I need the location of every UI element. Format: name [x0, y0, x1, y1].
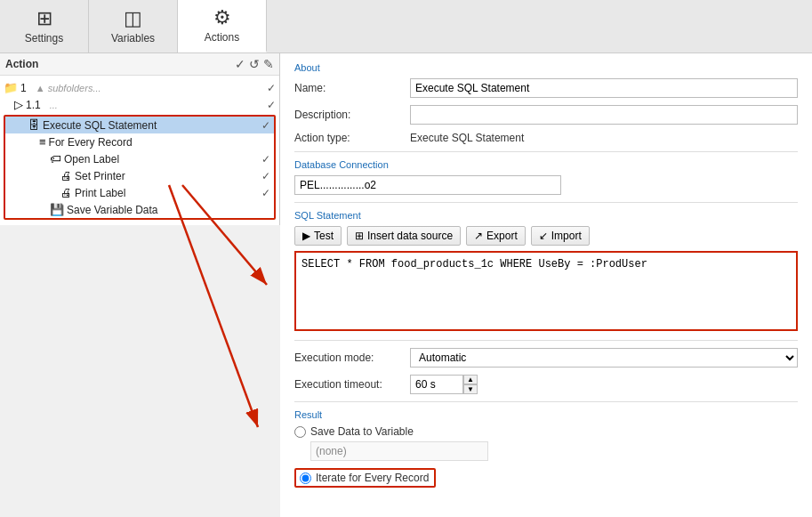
execution-timeout-label: Execution timeout:: [294, 378, 410, 391]
iterate-label: Iterate for Every Record: [316, 472, 429, 484]
iterate-radio-group: Iterate for Every Record: [294, 468, 436, 488]
none-input[interactable]: [310, 441, 488, 461]
execution-timeout-row: Execution timeout: ▲ ▼: [294, 375, 798, 394]
iterate-radio[interactable]: [300, 473, 311, 484]
tab-settings[interactable]: ⊞ Settings: [0, 0, 89, 53]
description-row: Description:: [294, 105, 798, 125]
tree-item-1-1-1-1[interactable]: ≡ For Every Record: [5, 133, 274, 150]
save-variable-row: Save Data to Variable: [294, 425, 798, 438]
item-icon-1-1: ▷: [14, 98, 23, 111]
tree-item-1[interactable]: 📁 1 ▲ subfolders... ✓: [0, 79, 279, 96]
tab-variables[interactable]: ◫ Variables: [89, 0, 178, 53]
tree-item-1-1[interactable]: ▷ 1.1 ... ✓: [0, 96, 279, 113]
sql-icon: 🗄: [28, 118, 40, 132]
divider-4: [294, 401, 798, 402]
check-icon[interactable]: ✓: [235, 57, 245, 71]
save-variable-radio[interactable]: [294, 426, 306, 438]
insert-label: Insert data source: [367, 230, 453, 242]
play-icon: ▶: [302, 230, 310, 242]
execution-mode-label: Execution mode:: [294, 351, 410, 364]
loop-icon: ≡: [39, 135, 46, 149]
spinner-down-button[interactable]: ▼: [463, 384, 478, 394]
execution-mode-select[interactable]: Automatic Manual: [410, 348, 798, 368]
about-section-title: About: [294, 62, 798, 73]
edit-icon[interactable]: ✎: [263, 57, 274, 71]
save-variable-label: Save Data to Variable: [310, 425, 414, 438]
header-icons: ✓ ↺ ✎: [235, 57, 274, 71]
print-icon: 🖨: [60, 186, 72, 199]
label-icon: 🏷: [50, 152, 61, 166]
red-border-group: 🗄 Execute SQL Statement ✓ ≡ For Every Re…: [4, 115, 276, 220]
tab-actions[interactable]: ⚙ Actions: [178, 0, 267, 53]
spinner-up-button[interactable]: ▲: [463, 375, 478, 384]
action-header-label: Action: [5, 58, 38, 70]
variables-icon: ◫: [124, 9, 142, 28]
export-button[interactable]: ↗ Export: [466, 226, 526, 246]
variables-tab-label: Variables: [111, 32, 155, 44]
left-panel-wrapper: Action ✓ ↺ ✎ 📁 1 ▲ subfolders... ✓: [0, 53, 280, 517]
name-label: Name:: [294, 82, 410, 94]
test-button[interactable]: ▶ Test: [294, 226, 342, 246]
tree-item-open-label[interactable]: 🏷 Open Label ✓: [5, 150, 274, 167]
execution-mode-row: Execution mode: Automatic Manual: [294, 348, 798, 368]
tab-bar: ⊞ Settings ◫ Variables ⚙ Actions: [0, 0, 812, 53]
name-row: Name:: [294, 78, 798, 98]
iterate-row: Iterate for Every Record: [294, 468, 798, 488]
description-input[interactable]: [410, 105, 798, 125]
action-type-value: Execute SQL Statement: [410, 132, 798, 144]
db-connection-row: [294, 175, 798, 195]
actions-icon: ⚙: [213, 8, 231, 28]
action-tree-header: Action ✓ ↺ ✎: [0, 53, 279, 76]
divider-3: [294, 340, 798, 341]
main-area: Action ✓ ↺ ✎ 📁 1 ▲ subfolders... ✓: [0, 53, 812, 517]
import-button[interactable]: ↙ Import: [531, 226, 590, 246]
action-type-row: Action type: Execute SQL Statement: [294, 132, 798, 144]
export-label: Export: [486, 230, 518, 242]
result-section-title: Result: [294, 409, 798, 420]
save-icon: 💾: [50, 203, 64, 216]
tree-item-set-printer[interactable]: 🖨 Set Printer ✓: [5, 167, 274, 184]
description-label: Description:: [294, 109, 410, 121]
folder-icon: 📁: [4, 81, 18, 94]
db-connection-input[interactable]: [294, 175, 561, 195]
result-radio-group: Save Data to Variable Iterate for Every …: [294, 425, 798, 488]
divider-2: [294, 202, 798, 203]
left-panel: Action ✓ ↺ ✎ 📁 1 ▲ subfolders... ✓: [0, 53, 280, 225]
actions-tab-label: Actions: [205, 31, 239, 44]
sql-editor[interactable]: SELECT * FROM food_products_1c WHERE Use…: [294, 251, 798, 331]
right-panel: About Name: Description: Action type: Ex…: [280, 53, 812, 517]
export-icon: ↗: [474, 230, 483, 242]
tree-item-1-1-1[interactable]: 🗄 Execute SQL Statement ✓: [5, 117, 274, 133]
settings-icon: ⊞: [36, 9, 52, 28]
settings-tab-label: Settings: [25, 32, 63, 44]
refresh-icon[interactable]: ↺: [249, 57, 260, 71]
insert-icon: ⊞: [355, 230, 364, 242]
db-section-title: Database Connection: [294, 159, 798, 170]
sql-section-title: SQL Statement: [294, 210, 798, 221]
none-row: [310, 441, 798, 461]
import-icon: ↙: [539, 230, 548, 242]
name-input[interactable]: [410, 78, 798, 98]
divider-1: [294, 151, 798, 152]
spinner-buttons: ▲ ▼: [463, 375, 478, 394]
test-label: Test: [314, 230, 334, 242]
import-label: Import: [551, 230, 582, 242]
insert-data-source-button[interactable]: ⊞ Insert data source: [347, 226, 461, 246]
printer-icon: 🖨: [60, 169, 72, 182]
tree-item-print-label[interactable]: 🖨 Print Label ✓: [5, 184, 274, 201]
tree-item-save-variable[interactable]: 💾 Save Variable Data: [5, 201, 274, 218]
action-tree: 📁 1 ▲ subfolders... ✓ ▷ 1.1 ... ✓: [0, 76, 279, 225]
action-type-label: Action type:: [294, 132, 410, 144]
sql-toolbar: ▶ Test ⊞ Insert data source ↗ Export ↙ I…: [294, 226, 798, 246]
timeout-input[interactable]: [410, 375, 463, 394]
timeout-spinner: ▲ ▼: [410, 375, 798, 394]
